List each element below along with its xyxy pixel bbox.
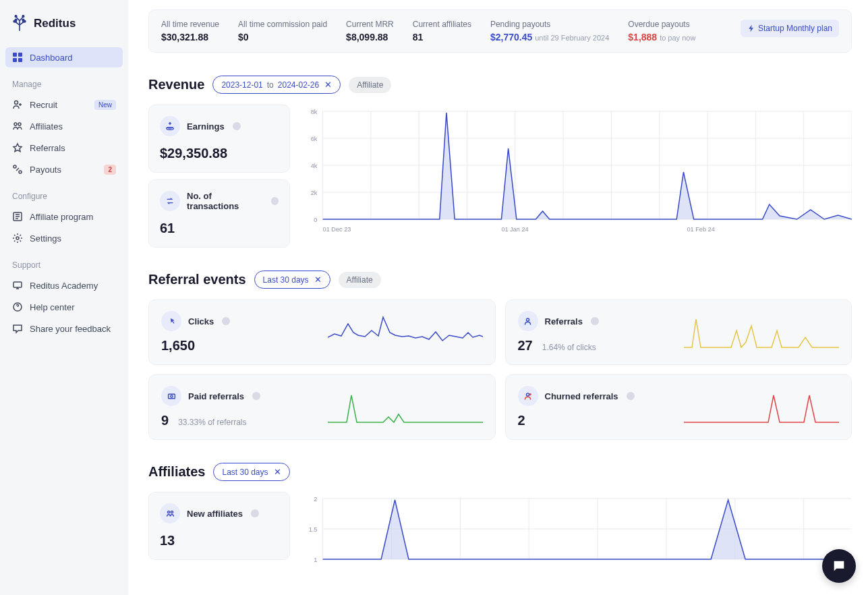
svg-text:01 Dec 23: 01 Dec 23: [323, 226, 351, 233]
payouts-icon: [12, 164, 23, 175]
tree-icon: [11, 15, 28, 32]
affiliates-range-chip[interactable]: Last 30 days ✕: [213, 463, 289, 481]
svg-text:4k: 4k: [311, 163, 318, 169]
affiliates-icon: [12, 121, 23, 132]
sidebar-item-payouts[interactable]: Payouts 2: [5, 159, 123, 179]
referral-affiliate-chip[interactable]: Affiliate: [339, 272, 381, 288]
svg-point-11: [14, 123, 17, 125]
earnings-icon: [160, 116, 180, 136]
stat-overdue-payouts: Overdue payouts $1,888to pay now: [628, 20, 695, 42]
churned-referrals-card[interactable]: Churned referrals 2: [505, 374, 852, 440]
bolt-icon: [747, 24, 755, 32]
revenue-title: Revenue: [148, 77, 204, 92]
nav-label: Share your feedback: [30, 324, 111, 334]
svg-text:0: 0: [314, 217, 317, 223]
gear-icon: [12, 233, 23, 244]
affiliates-title: Affiliates: [148, 464, 205, 480]
svg-rect-9: [18, 58, 22, 62]
svg-point-47: [170, 395, 172, 397]
close-icon[interactable]: ✕: [314, 275, 322, 285]
revenue-header: Revenue 2023-12-01 to 2024-02-26 ✕ Affil…: [148, 76, 852, 94]
revenue-affiliate-chip[interactable]: Affiliate: [349, 77, 391, 93]
svg-rect-7: [18, 53, 22, 57]
academy-icon: [12, 280, 23, 291]
program-icon: [12, 211, 23, 222]
affiliates-chart: 2 1.5 1: [302, 492, 852, 573]
sidebar-item-affiliate-program[interactable]: Affiliate program: [5, 206, 123, 227]
paid-icon: [161, 386, 181, 406]
clicks-card[interactable]: Clicks 1,650: [148, 300, 496, 365]
svg-point-1: [22, 16, 24, 18]
info-icon[interactable]: [222, 317, 230, 325]
info-icon[interactable]: [591, 317, 599, 325]
info-icon[interactable]: [251, 509, 259, 517]
sidebar-item-feedback[interactable]: Share your feedback: [5, 318, 123, 339]
svg-text:01 Feb 24: 01 Feb 24: [687, 226, 715, 233]
sidebar-item-referrals[interactable]: Referrals: [5, 138, 123, 158]
nav-label: Reditus Academy: [30, 281, 98, 291]
svg-rect-8: [13, 58, 17, 62]
nav-label: Help center: [30, 302, 74, 312]
svg-point-16: [16, 237, 19, 239]
svg-text:1: 1: [314, 557, 317, 563]
main-content: All time revenue $30,321.88 All time com…: [128, 0, 868, 595]
churned-sparkline: [684, 389, 839, 426]
referrals-sparkline: [684, 314, 839, 351]
badge-new: New: [94, 100, 116, 110]
info-icon[interactable]: [271, 197, 279, 205]
paid-sparkline: [328, 389, 483, 426]
stat-bar: All time revenue $30,321.88 All time com…: [148, 9, 852, 53]
paid-referrals-card[interactable]: Paid referrals 933.33% of referrals: [148, 374, 496, 440]
nav-label: Referrals: [30, 143, 65, 153]
svg-text:2: 2: [314, 496, 317, 503]
section-support: Support: [5, 250, 123, 274]
sidebar-item-affiliates[interactable]: Affiliates: [5, 116, 123, 136]
stat-current-affiliates: Current affiliates 81: [413, 20, 471, 42]
sidebar: Reditus Dashboard Manage Recruit New Aff…: [0, 0, 128, 595]
referrals-card[interactable]: Referrals 271.64% of clicks: [505, 300, 852, 365]
svg-point-12: [18, 123, 21, 125]
chat-fab[interactable]: [822, 549, 856, 583]
svg-text:1.5: 1.5: [309, 526, 318, 533]
close-icon[interactable]: ✕: [274, 467, 281, 477]
feedback-icon: [12, 323, 23, 334]
new-affiliates-card[interactable]: New affiliates 13: [148, 492, 290, 560]
sidebar-item-help[interactable]: Help center: [5, 297, 123, 317]
svg-point-5: [22, 19, 24, 21]
stat-all-time-commission: All time commission paid $0: [238, 20, 327, 42]
transactions-icon: [160, 191, 180, 211]
nav-label: Settings: [30, 233, 61, 244]
svg-point-0: [15, 16, 17, 18]
info-icon[interactable]: [233, 122, 241, 130]
sidebar-item-dashboard[interactable]: Dashboard: [5, 47, 123, 67]
svg-text:2k: 2k: [311, 190, 318, 196]
info-icon[interactable]: [627, 392, 635, 400]
brand-logo[interactable]: Reditus: [5, 7, 123, 46]
section-configure: Configure: [5, 181, 123, 205]
clicks-icon: [161, 311, 181, 331]
svg-rect-6: [13, 53, 17, 57]
close-icon[interactable]: ✕: [324, 80, 332, 90]
svg-text:01 Jan 24: 01 Jan 24: [501, 226, 528, 233]
sidebar-item-recruit[interactable]: Recruit New: [5, 94, 123, 115]
churned-icon: [518, 386, 538, 406]
chat-icon: [832, 559, 846, 573]
referrals-icon: [12, 142, 23, 153]
svg-point-49: [167, 511, 169, 513]
earnings-card[interactable]: Earnings $29,350.88: [148, 105, 290, 173]
referral-range-chip[interactable]: Last 30 days ✕: [254, 271, 330, 289]
stat-current-mrr: Current MRR $8,099.88: [346, 20, 394, 42]
referral-events-title: Referral events: [148, 272, 246, 287]
sidebar-item-academy[interactable]: Reditus Academy: [5, 275, 123, 295]
nav-label: Recruit: [30, 100, 57, 110]
new-affiliates-icon: [160, 503, 180, 523]
sidebar-item-settings[interactable]: Settings: [5, 228, 123, 248]
transactions-card[interactable]: No. of transactions 61: [148, 179, 290, 248]
revenue-chart: 8k 6k 4k 2k 0 01 Dec 23 01 Jan 24 01 Feb…: [302, 105, 852, 248]
plan-pill[interactable]: Startup Monthly plan: [741, 20, 839, 37]
revenue-date-chip[interactable]: 2023-12-01 to 2024-02-26 ✕: [212, 76, 341, 94]
referral-icon: [518, 311, 538, 331]
nav-label: Affiliate program: [30, 212, 93, 222]
info-icon[interactable]: [252, 392, 260, 400]
brand-name: Reditus: [34, 17, 76, 30]
